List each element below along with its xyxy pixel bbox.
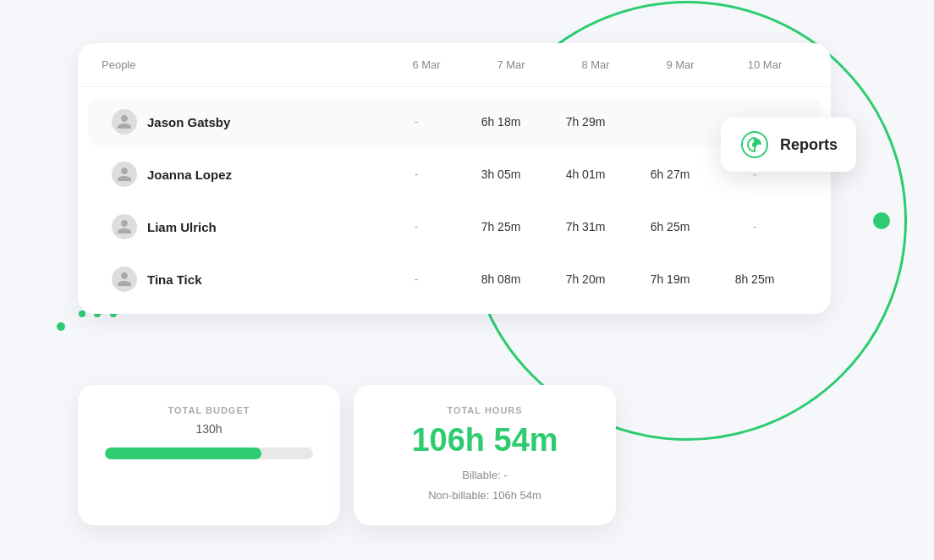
person-name: Liam Ulrich xyxy=(147,220,217,234)
person-name: Joanna Lopez xyxy=(147,167,232,182)
time-cell: 6h 18m xyxy=(459,115,543,129)
circle-dot-accent xyxy=(873,212,890,229)
budget-card: TOTAL BUDGET 130h xyxy=(78,385,340,525)
avatar xyxy=(112,162,137,187)
column-date-3: 9 Mar xyxy=(638,58,722,71)
avatar xyxy=(112,109,137,135)
column-date-4: 10 Mar xyxy=(722,58,807,71)
time-cell: - xyxy=(374,167,459,181)
column-date-1: 7 Mar xyxy=(469,58,553,71)
table-row: Joanna Lopez - 3h 05m 4h 01m 6h 27m - xyxy=(88,150,821,199)
progress-bar-container xyxy=(105,447,313,459)
time-cell: 7h 29m xyxy=(543,115,628,129)
hours-billable: Billable: - xyxy=(381,465,589,485)
budget-card-value: 130h xyxy=(105,422,313,436)
time-cell: 7h 31m xyxy=(543,220,628,233)
hours-non-billable: Non-billable: 106h 54m xyxy=(381,486,589,505)
people-table-card: People 6 Mar 7 Mar 8 Mar 9 Mar 10 Mar Ja… xyxy=(78,43,831,314)
avatar xyxy=(112,214,137,239)
time-cell: 4h 01m xyxy=(543,167,628,181)
time-cell: 8h 08m xyxy=(459,272,543,286)
table-header: People 6 Mar 7 Mar 8 Mar 9 Mar 10 Mar xyxy=(78,43,831,87)
time-cell: - xyxy=(712,220,797,233)
budget-card-title: TOTAL BUDGET xyxy=(105,405,313,415)
time-cell: 8h 25m xyxy=(712,272,797,286)
table-row: Jason Gatsby - 6h 18m 7h 29m xyxy=(88,97,821,146)
table-row: Liam Ulrich - 7h 25m 7h 31m 6h 25m - xyxy=(88,202,821,251)
person-cell: Joanna Lopez xyxy=(112,162,374,187)
time-cell: - xyxy=(374,115,459,129)
table-row: Tina Tick - 8h 08m 7h 20m 7h 19m 8h 25m xyxy=(88,255,821,304)
person-cell: Tina Tick xyxy=(112,266,374,292)
reports-icon xyxy=(739,129,770,160)
person-name: Tina Tick xyxy=(147,272,201,287)
avatar xyxy=(112,266,137,292)
time-cell: 3h 05m xyxy=(459,167,543,181)
hours-card: TOTAL HOURS 106h 54m Billable: - Non-bil… xyxy=(354,385,616,525)
time-cell: 7h 20m xyxy=(543,272,628,286)
time-cell: 6h 27m xyxy=(628,167,712,181)
time-cell: - xyxy=(374,272,459,286)
column-date-0: 6 Mar xyxy=(384,58,469,71)
decorative-dot-single xyxy=(57,322,65,331)
column-people: People xyxy=(102,58,384,71)
hours-card-title: TOTAL HOURS xyxy=(381,405,589,415)
person-name: Jason Gatsby xyxy=(147,115,230,129)
bottom-cards: TOTAL BUDGET 130h TOTAL HOURS 106h 54m B… xyxy=(78,385,616,525)
time-cell: - xyxy=(374,220,459,233)
svg-point-1 xyxy=(752,142,757,147)
person-cell: Jason Gatsby xyxy=(112,109,374,135)
time-cell: 7h 19m xyxy=(628,272,712,286)
table-body: Jason Gatsby - 6h 18m 7h 29m Joanna Lope… xyxy=(78,87,831,314)
time-cell: 6h 25m xyxy=(628,220,712,233)
hours-card-value: 106h 54m xyxy=(381,422,589,458)
time-cell: 7h 25m xyxy=(459,220,543,233)
reports-label: Reports xyxy=(780,136,838,154)
progress-bar-fill xyxy=(105,447,261,459)
reports-tooltip[interactable]: Reports xyxy=(721,118,856,172)
column-date-2: 8 Mar xyxy=(553,58,638,71)
person-cell: Liam Ulrich xyxy=(112,214,374,239)
